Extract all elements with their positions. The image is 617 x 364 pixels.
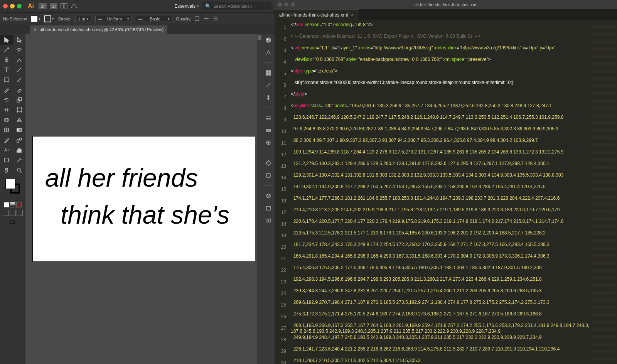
window-controls[interactable] bbox=[3, 4, 22, 8]
perspective-grid-tool[interactable] bbox=[13, 115, 25, 125]
graphic-styles-icon[interactable] bbox=[265, 172, 272, 179]
paintbrush-tool[interactable] bbox=[13, 75, 25, 85]
code-line[interactable]: 141.9,302.1 144.9,300.8 147.7,299.2 150.… bbox=[289, 184, 590, 195]
code-line[interactable]: 226.1,241.7 223.6,248.4 221.2,255.2 218.… bbox=[289, 346, 590, 357]
asset-export-icon[interactable] bbox=[265, 204, 272, 212]
vertical-scrollbar[interactable] bbox=[257, 34, 262, 364]
layers-panel-icon[interactable] bbox=[265, 192, 272, 200]
none-mode-icon[interactable] bbox=[16, 202, 22, 207]
width-tool[interactable] bbox=[0, 105, 13, 115]
color-guide-icon[interactable] bbox=[265, 49, 272, 56]
pen-tool[interactable] bbox=[0, 55, 13, 65]
rectangle-tool[interactable] bbox=[0, 75, 13, 85]
zoom-tool[interactable] bbox=[13, 165, 25, 175]
code-line[interactable]: 175.4,306.3 176.5,306.2 177.5,306 178.6,… bbox=[289, 265, 590, 276]
prefs-icon[interactable] bbox=[204, 16, 209, 22]
code-line[interactable]: 129.2,301.4 130.4,302.4 131,302.8 131.6,… bbox=[289, 172, 590, 184]
chevron-down-icon[interactable]: ▾ bbox=[52, 17, 54, 21]
swatches-panel-icon[interactable] bbox=[265, 69, 272, 77]
gradient-panel-icon[interactable] bbox=[265, 126, 272, 134]
code-line[interactable]: 239.8,244.3 244.7,236.9 247.8,231.8 251,… bbox=[289, 288, 590, 299]
pencil-tool[interactable] bbox=[0, 85, 13, 95]
fill-color-icon[interactable] bbox=[5, 179, 15, 189]
symbols-panel-icon[interactable] bbox=[265, 94, 272, 101]
code-line[interactable]: 181.7,234.7 178.4,243.3 176.3,248.8 174.… bbox=[289, 241, 590, 253]
bridge-button[interactable]: Br bbox=[39, 3, 47, 9]
minimize-window-icon[interactable] bbox=[10, 4, 15, 8]
code-line[interactable]: 165.4,291.8 165.4,294.4 165.8,296.9 166.… bbox=[289, 253, 590, 265]
gradient-mode-icon[interactable] bbox=[10, 202, 15, 207]
draw-inside-icon[interactable] bbox=[17, 210, 23, 216]
close-icon[interactable]: × bbox=[34, 27, 37, 32]
scale-tool[interactable] bbox=[13, 95, 25, 105]
code-line[interactable]: 268.1,166.9 266.9,167.3 265.7,167.7 264.… bbox=[289, 322, 590, 334]
mesh-tool[interactable] bbox=[0, 125, 13, 135]
line-tool[interactable] bbox=[13, 65, 25, 75]
minimize-window-icon[interactable] bbox=[284, 2, 288, 7]
direct-selection-tool[interactable] bbox=[13, 35, 25, 45]
gpu-preview-icon[interactable] bbox=[71, 3, 78, 10]
code-line[interactable]: 123.6,246.7 122,246.9 120.5,247.2 119,24… bbox=[289, 114, 590, 126]
code-line[interactable]: 109.1,294.9 114,289.8 118.7,284.4 123.2,… bbox=[289, 149, 590, 160]
lasso-tool[interactable] bbox=[13, 45, 25, 55]
code-line[interactable]: 210.1,298.7 210.5,300.7 211.5,302.5 212.… bbox=[289, 357, 590, 364]
appearance-panel-icon[interactable] bbox=[265, 159, 272, 167]
magic-wand-tool[interactable] bbox=[0, 45, 13, 55]
zoom-window-icon[interactable] bbox=[17, 4, 22, 8]
code-line[interactable]: 213.5,175.3 212.5,176.2 211.5,177.1 210.… bbox=[289, 230, 590, 241]
draw-behind-icon[interactable] bbox=[10, 210, 16, 216]
stroke-profile-dropdown[interactable]: —Uniform▾ bbox=[95, 16, 132, 22]
slice-tool[interactable] bbox=[13, 155, 25, 165]
symbol-sprayer-tool[interactable] bbox=[0, 145, 13, 155]
code-line[interactable]: viewBox="0 0 1366 768" style="enable-bac… bbox=[289, 56, 590, 68]
align-icon[interactable] bbox=[213, 16, 218, 22]
stroke-weight-input[interactable]: 1 pt ▾ bbox=[75, 16, 91, 22]
code-line[interactable]: 275.3,172.3 275.2,171.4 275,170.5 274.6,… bbox=[289, 311, 590, 322]
artboards-panel-icon[interactable] bbox=[265, 217, 272, 224]
artboard[interactable]: all her friends think that she's bbox=[33, 136, 255, 261]
canvas-area[interactable]: all her friends think that she's bbox=[25, 34, 262, 364]
chevron-down-icon[interactable]: ▾ bbox=[39, 17, 40, 21]
blend-tool[interactable] bbox=[13, 135, 25, 145]
style-icon[interactable] bbox=[194, 16, 200, 22]
stroke-panel-icon[interactable] bbox=[265, 114, 272, 122]
type-tool[interactable] bbox=[0, 65, 13, 75]
close-icon[interactable]: × bbox=[351, 12, 354, 18]
code-line[interactable]: </style> bbox=[289, 91, 590, 103]
draw-normal-icon[interactable] bbox=[3, 210, 9, 216]
eyedropper-tool[interactable] bbox=[0, 135, 13, 145]
free-transform-tool[interactable] bbox=[13, 105, 25, 115]
code-line[interactable]: 210.4,210.8 213.2,205 214.6,202 215.9,19… bbox=[289, 207, 590, 218]
column-graph-tool[interactable] bbox=[13, 145, 25, 155]
code-line[interactable]: .st0{fill:none;stroke:#000000;stroke-wid… bbox=[289, 79, 590, 91]
shape-builder-tool[interactable] bbox=[0, 115, 13, 125]
search-stock-input[interactable]: 🔍 Search Adobe Stock bbox=[202, 2, 271, 10]
editor-tab[interactable]: all-her-friends-think-that-shes.xml × bbox=[275, 9, 359, 20]
close-window-icon[interactable] bbox=[3, 4, 8, 8]
code-line[interactable]: <?xml version="1.0" encoding="utf-8"?> bbox=[289, 22, 590, 33]
code-line[interactable]: 269.6,192.9 270.7,190.4 271.7,187.9 272.… bbox=[289, 299, 590, 311]
selection-tool[interactable] bbox=[0, 35, 13, 45]
gradient-tool[interactable] bbox=[13, 125, 25, 135]
document-tab[interactable]: × all-her-friends-think-that-shes.svg @ … bbox=[30, 25, 167, 34]
code-line[interactable]: 88.2,306.4 89.7,307.1 90.9,307.3 92,307.… bbox=[289, 137, 590, 149]
arrange-docs-icon[interactable] bbox=[61, 3, 67, 10]
stock-button[interactable]: St bbox=[50, 3, 57, 9]
code-line[interactable]: 97.6,264.8 93.8,270.2 90.6,276 88,282.1 … bbox=[289, 126, 590, 137]
eraser-tool[interactable] bbox=[13, 85, 25, 95]
code-line[interactable]: 192.4,298.3 194.5,296.6 196.6,294.7 198.… bbox=[289, 276, 590, 288]
fill-stroke-selector[interactable] bbox=[0, 177, 25, 201]
zoom-window-icon[interactable] bbox=[291, 2, 295, 7]
code-line[interactable]: 220.6,178.4 220.5,177.7 220.4,177 220.2,… bbox=[289, 218, 590, 230]
transparency-panel-icon[interactable] bbox=[265, 139, 272, 147]
fill-swatch[interactable] bbox=[31, 15, 38, 22]
hand-tool[interactable] bbox=[0, 165, 13, 175]
editor-window-controls[interactable] bbox=[278, 2, 295, 7]
opacity-label[interactable]: Opacity bbox=[176, 17, 190, 21]
close-window-icon[interactable] bbox=[278, 2, 282, 7]
brush-definition-dropdown[interactable]: —Basic▾ bbox=[136, 16, 172, 22]
rotate-tool[interactable] bbox=[0, 95, 13, 105]
code-line[interactable]: <polyline class="st0" points="135.9,261.… bbox=[289, 103, 590, 114]
code-line[interactable]: <svg version="1.1" id="Layer_1" xmlns="h… bbox=[289, 45, 590, 56]
code-line[interactable]: <style type="text/css"> bbox=[289, 68, 590, 79]
